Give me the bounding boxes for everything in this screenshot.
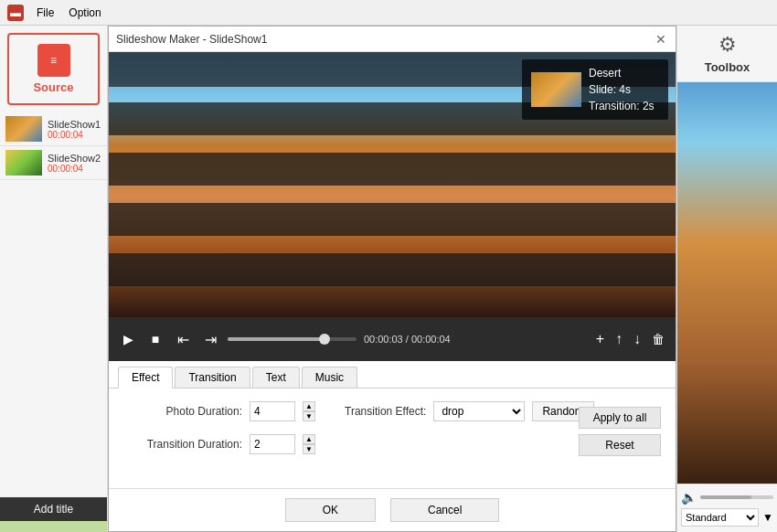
slideshow-list: SlideShow1 00:00:04 SlideShow2 00:00:04 [0, 112, 107, 497]
cancel-button[interactable]: Cancel [390, 498, 499, 522]
slideshow-name: SlideShow1 [48, 119, 101, 130]
tab-transition[interactable]: Transition [175, 367, 250, 388]
source-label: Source [33, 80, 73, 94]
quality-dropdown-icon: ▼ [762, 511, 773, 524]
slideshow-name: SlideShow2 [48, 153, 101, 164]
progress-fill [228, 337, 325, 341]
tab-text[interactable]: Text [252, 367, 300, 388]
photo-duration-input[interactable] [250, 401, 295, 421]
photo-duration-up[interactable]: ▲ [303, 401, 315, 411]
source-button[interactable]: ≡ Source [7, 33, 100, 105]
slideshow-time: 00:00:04 [48, 164, 101, 174]
volume-icon: 🔈 [681, 490, 697, 505]
delete-button[interactable]: 🗑 [650, 330, 666, 348]
transition-duration-spinner: ▲ ▼ [303, 434, 315, 454]
reset-button[interactable]: Reset [579, 434, 661, 456]
transition-duration-input[interactable] [250, 434, 295, 454]
toolbox-label: Toolbox [705, 60, 750, 74]
action-buttons: Apply to all Reset [579, 407, 661, 456]
blind-strip [109, 153, 676, 186]
photo-duration-spinner: ▲ ▼ [303, 401, 315, 421]
slideshow-time: 00:00:04 [48, 130, 101, 140]
controls-bar: ▶ ■ ⇤ ⇥ 00:00:03 / 00:00:04 + ↑ ↓ 🗑 [109, 317, 676, 361]
thumbnail-name: Desert [589, 65, 655, 81]
list-item[interactable]: SlideShow2 00:00:04 [0, 146, 107, 180]
tab-effect[interactable]: Effect [118, 367, 173, 388]
volume-slider[interactable] [700, 495, 773, 499]
time-display: 00:00:03 / 00:00:04 [364, 334, 451, 345]
dialog-footer: OK Cancel [109, 488, 676, 531]
slideshow-info: SlideShow2 00:00:04 [48, 153, 101, 174]
toolbox-bottom: 🔈 Standard High Low ▼ [677, 484, 777, 532]
transition-duration-up[interactable]: ▲ [303, 434, 315, 444]
slideshow-info: SlideShow1 00:00:04 [48, 119, 101, 140]
transition-effect-label: Transition Effect: [345, 405, 426, 418]
source-icon: ≡ [37, 44, 70, 77]
volume-fill [700, 495, 751, 499]
thumbnail-mini [531, 72, 581, 107]
list-item[interactable]: SlideShow1 00:00:04 [0, 112, 107, 146]
quality-row: Standard High Low ▼ [681, 508, 773, 527]
sidebar: ≡ Source SlideShow1 00:00:04 SlideShow2 … [0, 26, 108, 532]
slideshow-thumb [5, 116, 42, 142]
menu-file[interactable]: File [29, 0, 61, 26]
toolbox: ⚙ Toolbox 🔈 Standard High Low ▼ [676, 26, 777, 532]
add-slide-button[interactable]: + [594, 329, 606, 349]
tab-music[interactable]: Music [302, 367, 357, 388]
play-button[interactable]: ▶ [118, 329, 138, 349]
progress-bar[interactable] [228, 337, 357, 341]
photo-duration-label: Photo Duration: [123, 405, 242, 418]
transition-effect-select[interactable]: drop fade slide [433, 401, 525, 421]
app-icon: ▬ [7, 5, 24, 21]
blind-strip [109, 203, 676, 236]
progress-handle[interactable] [319, 334, 330, 345]
thumbnail-transition: Transition: 2s [589, 98, 655, 114]
add-title-button[interactable]: Add title [0, 497, 107, 521]
blind-strip [109, 253, 676, 286]
tab-content: Photo Duration: ▲ ▼ Transition Effect: d… [109, 388, 676, 488]
move-down-button[interactable]: ↓ [632, 329, 643, 349]
photo-duration-down[interactable]: ▼ [303, 411, 315, 421]
forward-button[interactable]: ⇥ [200, 329, 220, 349]
thumbnail-info: Desert Slide: 4s Transition: 2s [589, 65, 655, 114]
thumbnail-panel: Desert Slide: 4s Transition: 2s [522, 59, 668, 120]
move-up-button[interactable]: ↑ [613, 329, 624, 349]
app-bar: ▬ File Option [0, 0, 777, 26]
window-close-button[interactable]: ✕ [654, 32, 668, 47]
slideshow-thumb [5, 150, 42, 176]
toolbox-preview [677, 82, 777, 484]
volume-row: 🔈 [681, 490, 773, 505]
rewind-button[interactable]: ⇤ [173, 329, 193, 349]
toolbox-icon: ⚙ [718, 33, 737, 57]
transition-duration-label: Transition Duration: [123, 438, 242, 451]
apply-to-all-button[interactable]: Apply to all [579, 407, 661, 429]
main-window: Slideshow Maker - SlideShow1 ✕ Desert Sl… [108, 26, 676, 532]
green-bar [0, 521, 107, 532]
transition-duration-down[interactable]: ▼ [303, 444, 315, 454]
window-titlebar: Slideshow Maker - SlideShow1 ✕ [109, 27, 676, 52]
tabs-area: Effect Transition Text Music Photo Durat… [109, 361, 676, 531]
toolbox-header: ⚙ Toolbox [677, 26, 777, 82]
video-area: Desert Slide: 4s Transition: 2s [109, 52, 676, 317]
ok-button[interactable]: OK [285, 498, 376, 522]
menu-option[interactable]: Option [61, 0, 108, 26]
stop-button[interactable]: ■ [145, 329, 165, 349]
quality-select[interactable]: Standard High Low [681, 508, 759, 527]
tab-header: Effect Transition Text Music [109, 361, 676, 388]
window-title: Slideshow Maker - SlideShow1 [116, 33, 267, 46]
app-icon-symbol: ▬ [10, 6, 21, 19]
thumbnail-slide: Slide: 4s [589, 81, 655, 98]
